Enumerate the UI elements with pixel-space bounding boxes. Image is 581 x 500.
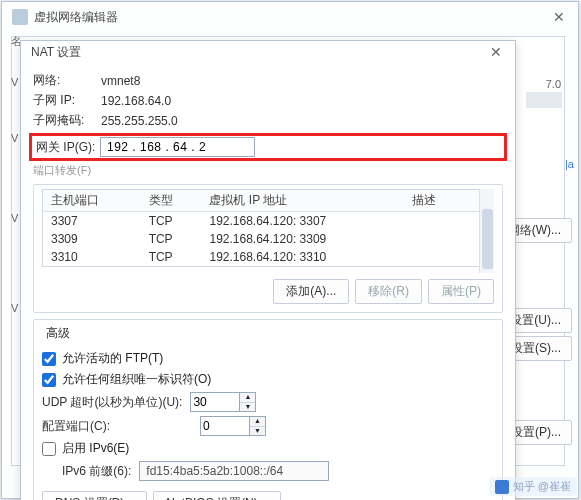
cfgport-spin-arrows[interactable]: ▲▼	[250, 416, 266, 436]
subnet-ip-value: 192.168.64.0	[101, 94, 171, 108]
dns-settings-button[interactable]: DNS 设置(D)...	[42, 491, 147, 500]
gateway-highlight: 网关 IP(G):	[29, 133, 507, 161]
table-row[interactable]: 3307 TCP 192.168.64.120: 3307	[43, 212, 494, 231]
org-checkbox-input[interactable]	[42, 373, 56, 387]
advanced-fieldset: 高级 允许活动的 FTP(T) 允许任何组织唯一标识符(O) UDP 超时(以秒…	[33, 319, 503, 500]
netbios-settings-button[interactable]: NetBIOS 设置(N)...	[153, 491, 280, 500]
nat-close-icon[interactable]: ✕	[483, 41, 509, 63]
ipv6-prefix-input[interactable]	[139, 461, 329, 481]
enable-ipv6-checkbox[interactable]: 启用 IPv6(E)	[42, 440, 494, 457]
app-icon	[12, 9, 28, 25]
ftp-checkbox-label: 允许活动的 FTP(T)	[62, 350, 163, 367]
pf-col-type: 类型	[141, 190, 202, 212]
table-row[interactable]: 3309 TCP 192.168.64.120: 3309	[43, 230, 494, 248]
col-hint-v4: V	[11, 302, 18, 314]
watermark: 知乎 @崔崔	[489, 477, 577, 496]
subnet-ip-label: 子网 IP:	[33, 92, 101, 109]
parent-side-cn: |a	[565, 158, 574, 170]
zhihu-logo-icon	[495, 480, 509, 494]
pf-properties-button[interactable]: 属性(P)	[428, 279, 494, 304]
pf-remove-button[interactable]: 移除(R)	[355, 279, 422, 304]
table-row[interactable]: 3310 TCP 192.168.64.120: 3310	[43, 248, 494, 267]
parent-right-value: 7.0	[546, 78, 561, 90]
nat-titlebar: NAT 设置 ✕	[21, 41, 515, 63]
col-hint-v1: V	[11, 76, 18, 88]
pf-add-button[interactable]: 添加(A)...	[273, 279, 349, 304]
gateway-label: 网关 IP(G):	[36, 139, 100, 156]
advanced-title: 高级	[42, 325, 74, 342]
parent-titlebar: 虚拟网络编辑器 ✕	[2, 2, 578, 32]
ipv6-prefix-label: IPv6 前缀(6):	[62, 463, 131, 480]
parent-right-field	[526, 92, 562, 108]
ipv6-checkbox-input[interactable]	[42, 442, 56, 456]
udp-spin-arrows[interactable]: ▲▼	[240, 392, 256, 412]
pf-col-vmip: 虚拟机 IP 地址	[201, 190, 403, 212]
port-forward-table: 主机端口 类型 虚拟机 IP 地址 描述 3307 TCP 192.168.64…	[42, 189, 494, 267]
col-hint-v2: V	[11, 132, 18, 144]
nat-title: NAT 设置	[31, 44, 483, 61]
gateway-ip-input[interactable]	[100, 137, 255, 157]
col-hint-v3: V	[11, 212, 18, 224]
allow-any-org-id-checkbox[interactable]: 允许任何组织唯一标识符(O)	[42, 371, 494, 388]
ipv6-checkbox-label: 启用 IPv6(E)	[62, 440, 129, 457]
config-port-label: 配置端口(C):	[42, 418, 192, 435]
pf-col-hostport: 主机端口	[43, 190, 141, 212]
udp-timeout-label: UDP 超时(以秒为单位)(U):	[42, 394, 182, 411]
udp-timeout-input[interactable]	[190, 392, 240, 412]
subnet-mask-label: 子网掩码:	[33, 112, 101, 129]
org-checkbox-label: 允许任何组织唯一标识符(O)	[62, 371, 211, 388]
config-port-input[interactable]	[200, 416, 250, 436]
ftp-checkbox-input[interactable]	[42, 352, 56, 366]
pf-scrollbar[interactable]	[479, 189, 494, 273]
port-forward-fieldset: 主机端口 类型 虚拟机 IP 地址 描述 3307 TCP 192.168.64…	[33, 184, 503, 313]
allow-active-ftp-checkbox[interactable]: 允许活动的 FTP(T)	[42, 350, 494, 367]
network-value: vmnet8	[101, 74, 140, 88]
parent-title: 虚拟网络编辑器	[34, 9, 546, 26]
network-label: 网络:	[33, 72, 101, 89]
port-forward-caption: 端口转发(F)	[33, 163, 503, 178]
nat-settings-dialog: NAT 设置 ✕ 网络: vmnet8 子网 IP: 192.168.64.0 …	[20, 40, 516, 500]
parent-close-icon[interactable]: ✕	[546, 6, 572, 28]
watermark-text: 知乎 @崔崔	[513, 479, 571, 494]
subnet-mask-value: 255.255.255.0	[101, 114, 178, 128]
